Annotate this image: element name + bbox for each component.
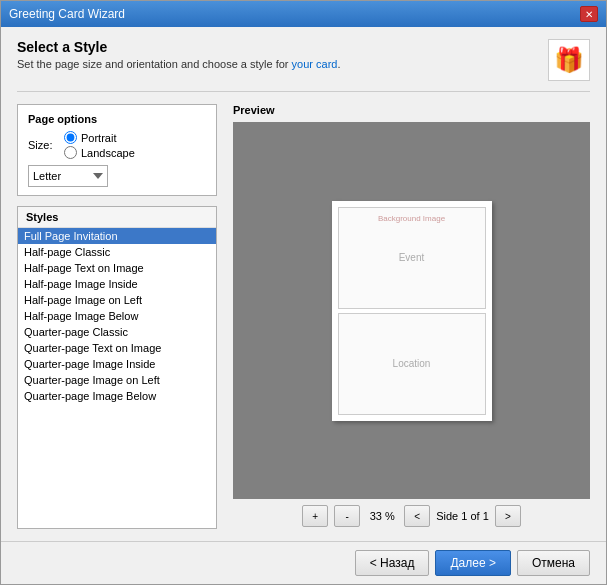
left-panel: Page options Size: Portrait Landscape <box>17 104 217 529</box>
cancel-button[interactable]: Отмена <box>517 550 590 576</box>
greeting-card-wizard-window: Greeting Card Wizard ✕ Select a Style Se… <box>0 0 607 585</box>
style-item-0[interactable]: Full Page Invitation <box>18 228 216 244</box>
card-location-label: Location <box>393 358 431 369</box>
style-item-4[interactable]: Half-page Image on Left <box>18 292 216 308</box>
zoom-minus-button[interactable]: - <box>334 505 360 527</box>
style-item-10[interactable]: Quarter-page Image Below <box>18 388 216 404</box>
preview-title: Preview <box>233 104 590 116</box>
page-info: Side 1 of 1 <box>436 510 489 522</box>
style-item-7[interactable]: Quarter-page Text on Image <box>18 340 216 356</box>
main-area: Page options Size: Portrait Landscape <box>17 104 590 529</box>
orientation-group: Portrait Landscape <box>64 131 135 159</box>
window-title: Greeting Card Wizard <box>9 7 125 21</box>
page-info-prefix: Side 1 of <box>436 510 479 522</box>
style-item-6[interactable]: Quarter-page Classic <box>18 324 216 340</box>
right-panel: Preview Background Image Event Location <box>233 104 590 529</box>
size-select-row: Letter A4 Legal <box>28 165 206 187</box>
landscape-radio-label[interactable]: Landscape <box>64 146 135 159</box>
footer: < Назад Далее > Отмена <box>1 541 606 584</box>
main-content: Select a Style Set the page size and ori… <box>1 27 606 541</box>
header-icon: 🎁 <box>548 39 590 81</box>
landscape-radio[interactable] <box>64 146 77 159</box>
description-plain: Set the page size and orientation and ch… <box>17 58 292 70</box>
zoom-plus-button[interactable]: + <box>302 505 328 527</box>
page-description: Set the page size and orientation and ch… <box>17 58 341 70</box>
card-section-top: Background Image Event <box>338 207 486 309</box>
header-section: Select a Style Set the page size and ori… <box>17 39 590 92</box>
styles-section: Styles Full Page Invitation Half-page Cl… <box>17 206 217 529</box>
close-button[interactable]: ✕ <box>580 6 598 22</box>
card-section-bottom: Location <box>338 313 486 415</box>
zoom-value: 33 % <box>366 510 398 522</box>
style-item-3[interactable]: Half-page Image Inside <box>18 276 216 292</box>
styles-list: Full Page Invitation Half-page Classic H… <box>18 228 216 528</box>
preview-area: Background Image Event Location <box>233 122 590 499</box>
portrait-label: Portrait <box>81 132 116 144</box>
description-end: . <box>337 58 340 70</box>
header-text: Select a Style Set the page size and ori… <box>17 39 341 70</box>
card-preview: Background Image Event Location <box>332 201 492 421</box>
portrait-radio[interactable] <box>64 131 77 144</box>
card-bg-text: Background Image <box>378 214 445 223</box>
size-label: Size: <box>28 139 56 151</box>
nav-row: + - 33 % < Side 1 of 1 > <box>233 499 590 529</box>
titlebar-controls: ✕ <box>580 6 598 22</box>
size-select[interactable]: Letter A4 Legal <box>28 165 108 187</box>
page-next-button[interactable]: > <box>495 505 521 527</box>
description-highlight: your card <box>292 58 338 70</box>
landscape-label: Landscape <box>81 147 135 159</box>
page-options-box: Page options Size: Portrait Landscape <box>17 104 217 196</box>
style-item-8[interactable]: Quarter-page Image Inside <box>18 356 216 372</box>
back-button[interactable]: < Назад <box>355 550 430 576</box>
style-item-1[interactable]: Half-page Classic <box>18 244 216 260</box>
portrait-radio-label[interactable]: Portrait <box>64 131 135 144</box>
styles-title: Styles <box>18 207 216 228</box>
style-item-2[interactable]: Half-page Text on Image <box>18 260 216 276</box>
size-row: Size: Portrait Landscape <box>28 131 206 159</box>
next-button[interactable]: Далее > <box>435 550 511 576</box>
page-total: 1 <box>483 510 489 522</box>
page-title: Select a Style <box>17 39 341 55</box>
page-options-title: Page options <box>28 113 206 125</box>
style-item-5[interactable]: Half-page Image Below <box>18 308 216 324</box>
page-prev-button[interactable]: < <box>404 505 430 527</box>
style-item-9[interactable]: Quarter-page Image on Left <box>18 372 216 388</box>
card-event-label: Event <box>399 252 425 263</box>
titlebar: Greeting Card Wizard ✕ <box>1 1 606 27</box>
